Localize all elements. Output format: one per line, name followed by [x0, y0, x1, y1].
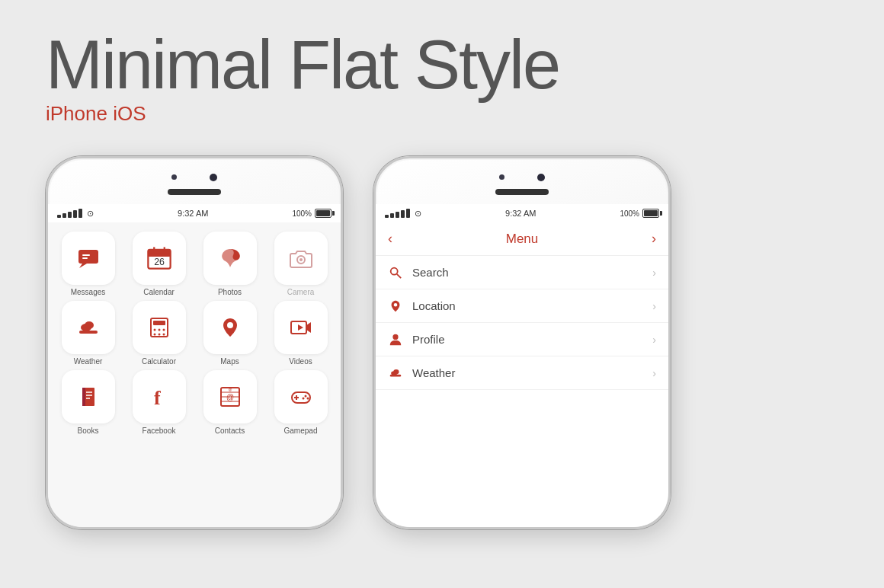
signal-dot-5	[406, 209, 410, 218]
phones-container: ⊙ 9:32 AM 100% Messages	[46, 156, 671, 529]
contacts-label: Contacts	[215, 427, 245, 435]
phone-1-dot	[171, 174, 177, 180]
location-label: Location	[412, 299, 652, 312]
svg-point-19	[162, 329, 165, 331]
app-messages[interactable]: Messages	[56, 232, 120, 296]
menu-header: ‹ Menu ›	[376, 222, 668, 256]
svg-line-46	[397, 273, 401, 277]
books-label: Books	[78, 427, 99, 435]
phone-1-camera	[210, 174, 217, 181]
signal-dot-3	[68, 212, 72, 218]
phone-1-top	[48, 158, 341, 204]
gamepad-icon	[274, 370, 328, 423]
weather-menu-icon	[388, 366, 403, 381]
app-videos[interactable]: Videos	[268, 301, 333, 366]
search-label: Search	[412, 266, 652, 279]
weather-menu-label: Weather	[412, 366, 652, 379]
menu-title: Menu	[506, 232, 539, 247]
svg-point-11	[299, 258, 303, 261]
phone-2-top	[376, 158, 668, 204]
facebook-label: Facebook	[143, 427, 176, 435]
svg-rect-16	[153, 321, 165, 325]
profile-label: Profile	[412, 333, 652, 346]
app-calculator[interactable]: Calculator	[127, 301, 191, 366]
weather-arrow-icon: ›	[652, 367, 656, 379]
svg-point-45	[391, 267, 398, 274]
signal-dot-4	[73, 210, 77, 218]
app-camera[interactable]: Camera	[268, 232, 333, 296]
home-screen: Messages 26 Cal	[48, 222, 341, 527]
svg-point-48	[392, 334, 398, 339]
battery-fill	[316, 210, 330, 216]
app-gamepad[interactable]: Gamepad	[268, 370, 333, 435]
battery-icon-2	[642, 209, 659, 218]
svg-rect-28	[82, 388, 85, 406]
phone-1-time: 9:32 AM	[178, 209, 208, 218]
messages-label: Messages	[71, 288, 106, 296]
main-headline: Minimal Flat Style	[46, 30, 559, 99]
signal-dot-4	[401, 210, 405, 218]
phone-2-signal: ⊙	[385, 209, 421, 219]
calculator-icon	[133, 301, 186, 354]
svg-point-21	[158, 334, 160, 336]
svg-marker-26	[298, 324, 303, 331]
search-arrow-icon: ›	[652, 267, 656, 279]
menu-screen: ‹ Menu › Search ›	[376, 222, 668, 527]
signal-dot-1	[57, 215, 61, 218]
svg-rect-51	[390, 374, 401, 376]
menu-item-weather[interactable]: Weather ›	[376, 356, 668, 390]
signal-dot-5	[78, 209, 82, 218]
app-photos[interactable]: Photos	[197, 232, 262, 296]
svg-point-44	[302, 398, 304, 400]
phone-2-time: 9:32 AM	[505, 209, 536, 218]
svg-point-43	[306, 398, 309, 400]
back-chevron-icon[interactable]: ‹	[388, 231, 392, 247]
signal-dot-2	[390, 213, 394, 218]
signal-dot-1	[385, 215, 389, 218]
photos-label: Photos	[218, 288, 242, 296]
calendar-icon: 26	[133, 232, 186, 285]
svg-text:26: 26	[154, 257, 165, 267]
menu-item-profile[interactable]: Profile ›	[376, 323, 668, 356]
svg-point-22	[162, 334, 165, 336]
profile-arrow-icon: ›	[652, 334, 656, 346]
svg-point-18	[158, 329, 160, 331]
forward-chevron-icon[interactable]: ›	[652, 231, 656, 247]
svg-point-23	[227, 322, 233, 328]
svg-rect-2	[82, 254, 90, 256]
contacts-icon: @ @	[203, 370, 257, 423]
weather-label: Weather	[74, 357, 103, 366]
app-calendar[interactable]: 26 Calendar	[127, 232, 191, 296]
phone-1-speaker	[168, 189, 221, 195]
signal-dot-3	[396, 212, 399, 218]
battery-label: 100%	[292, 209, 312, 218]
svg-point-13	[85, 321, 94, 329]
app-weather[interactable]: Weather	[56, 301, 120, 366]
svg-rect-3	[82, 257, 88, 259]
calendar-label: Calendar	[143, 288, 175, 296]
svg-point-42	[304, 395, 306, 398]
svg-rect-0	[78, 250, 98, 264]
svg-text:@: @	[226, 393, 233, 401]
profile-icon	[388, 332, 403, 347]
app-facebook[interactable]: f Facebook	[127, 370, 191, 435]
phone-1-signal: ⊙	[57, 209, 94, 219]
facebook-icon: f	[133, 370, 186, 423]
phone-2-speaker	[495, 189, 549, 195]
svg-text:f: f	[154, 387, 161, 409]
camera-label: Camera	[287, 288, 315, 296]
search-icon	[388, 265, 403, 280]
books-icon	[62, 370, 115, 423]
svg-point-20	[153, 334, 155, 336]
svg-rect-14	[79, 331, 98, 334]
menu-item-search[interactable]: Search ›	[376, 256, 668, 289]
app-maps[interactable]: Maps	[197, 301, 262, 366]
menu-item-location[interactable]: Location ›	[376, 289, 668, 323]
app-books[interactable]: Books	[56, 370, 120, 435]
app-contacts[interactable]: @ @ Contacts	[197, 370, 262, 435]
videos-label: Videos	[289, 357, 312, 366]
gamepad-label: Gamepad	[284, 427, 318, 435]
phone-2-battery: 100%	[620, 209, 659, 218]
signal-dot-2	[62, 213, 66, 218]
signal-dots	[57, 209, 82, 218]
